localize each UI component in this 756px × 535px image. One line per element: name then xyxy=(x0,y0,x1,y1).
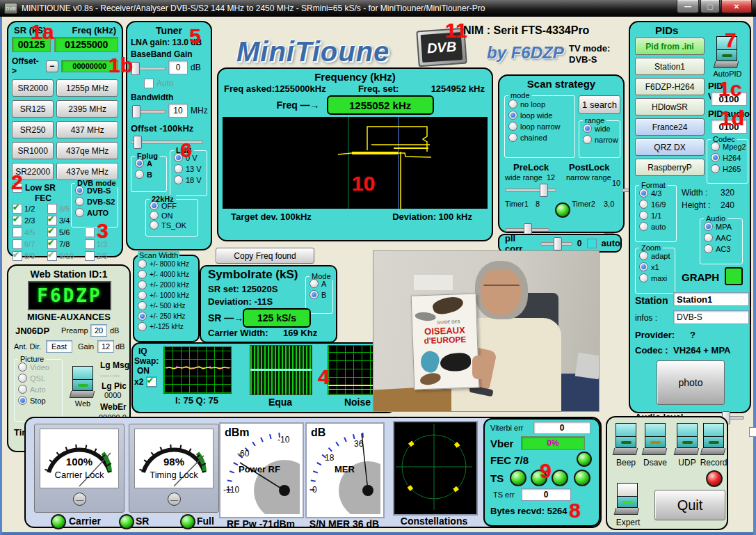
minimize-button[interactable]: — xyxy=(677,0,699,13)
graph-button[interactable] xyxy=(725,267,743,285)
raspberryp-button[interactable]: RaspberryP xyxy=(635,159,705,176)
scanwidth-1000-radio[interactable] xyxy=(138,291,147,300)
22khz-off-radio[interactable] xyxy=(150,201,159,210)
picture-stop-radio[interactable] xyxy=(18,396,27,405)
preamp-field[interactable]: 20 xyxy=(90,324,107,337)
range-wide-radio[interactable] xyxy=(583,124,592,133)
baseband-auto-checkbox[interactable] xyxy=(144,79,154,88)
scanwidth-125-radio[interactable] xyxy=(138,322,147,331)
record-switch[interactable] xyxy=(703,423,724,455)
codec-h265-radio[interactable] xyxy=(711,164,720,173)
format-43-radio[interactable] xyxy=(639,189,648,198)
scanwidth-4000-radio[interactable] xyxy=(138,270,147,279)
photo-button[interactable]: photo xyxy=(657,360,725,405)
f6dzp-h264-button[interactable]: F6DZP-H264 xyxy=(635,78,705,95)
expert-switch[interactable] xyxy=(617,483,638,515)
bandwidth-slider[interactable] xyxy=(131,105,166,117)
fec-checkbox[interactable] xyxy=(47,251,57,261)
preset-sr125-button[interactable]: SR125 xyxy=(12,100,54,118)
close-button[interactable]: ✕ xyxy=(721,0,752,13)
lnb-13v-radio[interactable] xyxy=(174,164,183,173)
fec-checkbox[interactable] xyxy=(13,251,22,261)
baseband-gain-field[interactable]: 0 xyxy=(168,61,188,74)
dvb-auto-radio[interactable] xyxy=(75,208,84,217)
antdir-field[interactable]: East xyxy=(46,340,72,353)
station1-button[interactable]: Station1 xyxy=(635,58,705,75)
fec-checkbox[interactable] xyxy=(85,251,95,261)
web-switch[interactable] xyxy=(72,366,93,398)
range-narrow-radio[interactable] xyxy=(583,135,592,144)
sr-mode-b-radio[interactable] xyxy=(309,290,319,299)
audio-ac3-radio[interactable] xyxy=(704,244,713,253)
iss-checkbox[interactable] xyxy=(749,427,756,437)
mode-loopwide-radio[interactable] xyxy=(508,111,517,120)
dvb-s-radio[interactable] xyxy=(75,186,84,195)
beep-switch[interactable] xyxy=(616,423,636,455)
gain-field[interactable]: 12 xyxy=(97,340,114,353)
udp-switch[interactable] xyxy=(677,423,698,455)
22khz-tsok-radio[interactable] xyxy=(150,221,159,230)
mode-chained-radio[interactable] xyxy=(508,133,517,142)
format-11-radio[interactable] xyxy=(639,211,648,220)
france24-button[interactable]: France24 xyxy=(635,118,705,136)
fec-checkbox[interactable] xyxy=(13,227,22,237)
dvb-s2-radio[interactable] xyxy=(75,197,84,206)
zoom-maxi-radio[interactable] xyxy=(639,273,648,282)
preset-2395-button[interactable]: 2395 MHz xyxy=(56,100,118,118)
pll-corr-slider[interactable] xyxy=(540,237,572,249)
infos-field[interactable]: DVB-S xyxy=(673,310,749,324)
codec-h264-radio[interactable] xyxy=(711,153,720,162)
spectrum-display[interactable] xyxy=(223,117,488,209)
preset-sr250-button[interactable]: SR250 xyxy=(12,121,54,138)
lnb-18v-radio[interactable] xyxy=(174,175,183,184)
preset-437-button[interactable]: 437 MHz xyxy=(56,121,118,138)
fec-checkbox[interactable] xyxy=(47,216,57,225)
qrzdx-button[interactable]: QRZ DX xyxy=(635,138,705,156)
format-auto-radio[interactable] xyxy=(639,222,648,231)
copy-freq-found-button[interactable]: Copy Freq found xyxy=(216,248,314,264)
dsave-switch[interactable] xyxy=(645,423,666,455)
format-169-radio[interactable] xyxy=(639,200,648,209)
fec-checkbox[interactable] xyxy=(13,239,22,249)
scanwidth-2000-radio[interactable] xyxy=(138,280,147,289)
picture-video-radio[interactable] xyxy=(18,362,27,372)
offset-minus-button[interactable]: − xyxy=(46,61,58,72)
fec-checkbox[interactable] xyxy=(13,204,22,214)
search-button[interactable]: 1 search xyxy=(579,95,620,114)
22khz-on-radio[interactable] xyxy=(150,211,159,220)
fplug-b-radio[interactable] xyxy=(135,170,144,179)
bandwidth-field[interactable]: 10 xyxy=(168,104,188,118)
scanwidth-250-radio[interactable] xyxy=(138,312,147,321)
freq-value-field[interactable]: 01255000 xyxy=(54,37,118,52)
iq-x2-checkbox[interactable] xyxy=(147,377,156,387)
scanwidth-8000-radio[interactable] xyxy=(138,259,147,269)
maximize-button[interactable]: ▢ xyxy=(700,0,720,13)
audio-mpa-radio[interactable] xyxy=(704,222,713,231)
pll-auto-checkbox[interactable] xyxy=(587,239,597,248)
preset-1255p-button[interactable]: 1255p MHz xyxy=(56,79,118,97)
fec-checkbox[interactable] xyxy=(13,216,22,225)
fec-checkbox[interactable] xyxy=(47,204,57,214)
codec-mpeg2-radio[interactable] xyxy=(711,142,720,151)
preset-sr2000-button[interactable]: SR2000 xyxy=(12,79,54,97)
preset-437qe-button[interactable]: 437qe MHz xyxy=(56,142,118,159)
fplug-a-radio[interactable] xyxy=(135,159,144,168)
zoom-adapt-radio[interactable] xyxy=(639,251,648,260)
sr-display[interactable]: 125 kS/s xyxy=(243,308,311,328)
hdlowsr-button[interactable]: HDlowSR xyxy=(635,98,705,115)
picture-auto-radio[interactable] xyxy=(18,385,27,394)
scanwidth-500-radio[interactable] xyxy=(138,301,147,310)
preset-sr1000-button[interactable]: SR1000 xyxy=(12,142,54,159)
preset-437ve-button[interactable]: 437ve MHz xyxy=(56,163,118,180)
fec-checkbox[interactable] xyxy=(85,239,95,249)
mode-noloop-radio[interactable] xyxy=(508,99,517,109)
quit-button[interactable]: Quit xyxy=(654,490,725,520)
mode-loopnarrow-radio[interactable] xyxy=(508,122,517,131)
fec-checkbox[interactable] xyxy=(85,227,95,237)
prelock-slider[interactable] xyxy=(505,184,556,195)
video-display[interactable]: GUIDE DES OISEAUX d'EUROPE xyxy=(373,250,600,412)
baseband-gain-slider[interactable] xyxy=(131,62,166,74)
fec-checkbox[interactable] xyxy=(47,239,57,249)
pid-from-ini-button[interactable]: Pid from .ini xyxy=(635,38,705,55)
fec-checkbox[interactable] xyxy=(47,227,57,237)
